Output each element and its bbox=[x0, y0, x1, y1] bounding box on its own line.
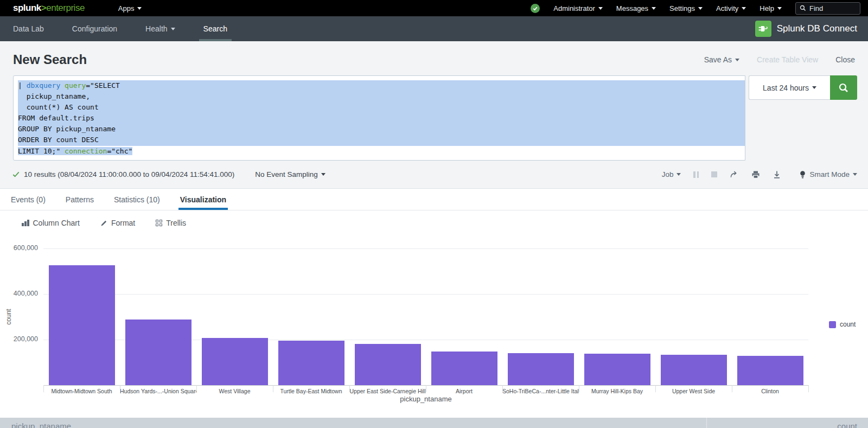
chart-bar[interactable] bbox=[661, 355, 727, 385]
lightbulb-icon bbox=[799, 170, 806, 179]
print-button[interactable] bbox=[751, 170, 760, 179]
query-line: GROUP BY pickup_ntaname bbox=[18, 124, 745, 135]
gridline bbox=[43, 294, 808, 295]
x-axis-tick bbox=[120, 385, 120, 392]
query-token: GROUP BY pickup_ntaname bbox=[18, 125, 116, 133]
health-status-icon[interactable] bbox=[531, 4, 540, 13]
column-chart-icon bbox=[22, 220, 29, 226]
stop-icon bbox=[711, 171, 717, 177]
logo-product: enterprise bbox=[46, 3, 85, 13]
page-title: New Search bbox=[13, 52, 87, 67]
column-header-count[interactable]: count bbox=[707, 418, 868, 428]
find-input[interactable] bbox=[809, 4, 853, 12]
chart-bar[interactable] bbox=[278, 341, 344, 385]
close-button[interactable]: Close bbox=[835, 55, 855, 64]
db-connect-app-icon[interactable] bbox=[755, 21, 771, 37]
format-button[interactable]: Format bbox=[100, 219, 135, 227]
chart-bar[interactable] bbox=[49, 265, 115, 385]
plug-icon bbox=[758, 23, 769, 34]
chevron-down-icon bbox=[698, 7, 703, 10]
share-icon bbox=[730, 170, 739, 178]
query-token: ="chc" bbox=[107, 147, 132, 155]
stop-job-button bbox=[711, 171, 717, 177]
viz-toolbar: Column Chart Format Trellis bbox=[0, 210, 868, 227]
query-token: ORDER BY count DESC bbox=[18, 136, 99, 144]
query-line: pickup_ntaname, bbox=[18, 91, 745, 102]
chevron-down-icon bbox=[853, 173, 857, 176]
search-query-input[interactable]: | dbxquery query="SELECT pickup_ntaname,… bbox=[13, 75, 745, 161]
x-axis-tick-label: Upper East Side-Carnegie Hill bbox=[349, 388, 426, 394]
page-header: New Search Save As Create Table View Clo… bbox=[0, 41, 868, 75]
x-axis-tick bbox=[732, 385, 732, 392]
trellis-button[interactable]: Trellis bbox=[156, 219, 186, 227]
chart-bar[interactable] bbox=[355, 344, 421, 385]
pause-job-button bbox=[693, 171, 699, 178]
share-job-button[interactable] bbox=[730, 170, 739, 178]
top-bar: splunk>enterprise Apps Administrator Mes… bbox=[0, 0, 868, 16]
statistics-table-header: pickup_ntaname count bbox=[0, 418, 868, 428]
splunk-logo[interactable]: splunk>enterprise bbox=[13, 3, 85, 14]
chart-bar[interactable] bbox=[431, 352, 497, 385]
job-status-row: 10 results (08/04/2024 11:00:00.000 to 0… bbox=[0, 161, 868, 189]
time-range-picker[interactable]: Last 24 hours bbox=[749, 75, 830, 100]
messages-menu[interactable]: Messages bbox=[616, 4, 656, 12]
chart-bar[interactable] bbox=[508, 353, 574, 385]
tab-visualization[interactable]: Visualization bbox=[180, 189, 226, 210]
query-line: count(*) AS count bbox=[18, 102, 745, 113]
activity-menu[interactable]: Activity bbox=[716, 4, 746, 12]
tab-statistics[interactable]: Statistics (10) bbox=[114, 189, 160, 210]
x-axis-tick bbox=[349, 385, 350, 392]
logo-splunk: splunk bbox=[13, 3, 41, 13]
chart-type-picker[interactable]: Column Chart bbox=[22, 219, 80, 227]
app-nav-bar: Data Lab Configuration Health Search Spl… bbox=[0, 16, 868, 41]
logo-gt: > bbox=[41, 3, 46, 13]
query-token: query bbox=[65, 81, 86, 90]
query-token: dbxquery bbox=[27, 81, 61, 90]
job-menu[interactable]: Job bbox=[662, 170, 681, 178]
chart-bar[interactable] bbox=[202, 338, 268, 385]
x-axis-tick-label: SoHo-TriBeCa-...nter-Little Italy bbox=[502, 388, 579, 394]
chart-bar[interactable] bbox=[737, 356, 803, 385]
y-axis-tick-label: 400,000 bbox=[0, 290, 38, 297]
apps-menu[interactable]: Apps bbox=[118, 4, 142, 12]
tab-patterns[interactable]: Patterns bbox=[66, 189, 94, 210]
chart-legend[interactable]: count bbox=[829, 321, 856, 328]
export-button[interactable] bbox=[773, 170, 781, 179]
query-selection: LIMIT 10;" connection="chc" bbox=[18, 147, 132, 155]
administrator-menu[interactable]: Administrator bbox=[553, 4, 603, 12]
check-icon bbox=[532, 5, 538, 11]
help-menu[interactable]: Help bbox=[760, 4, 782, 12]
find-searchbox[interactable] bbox=[795, 2, 860, 15]
chevron-down-icon bbox=[735, 59, 739, 61]
nav-item-data-lab[interactable]: Data Lab bbox=[13, 16, 44, 41]
x-axis-tick-label: Airport bbox=[426, 388, 502, 394]
x-axis-tick bbox=[502, 385, 503, 392]
chart-bar[interactable] bbox=[584, 354, 650, 385]
nav-item-configuration[interactable]: Configuration bbox=[72, 16, 117, 41]
x-axis-tick bbox=[273, 385, 273, 392]
chart-bar[interactable] bbox=[125, 320, 192, 385]
nav-item-health[interactable]: Health bbox=[145, 16, 175, 41]
tab-events[interactable]: Events (0) bbox=[11, 189, 46, 210]
search-icon bbox=[838, 82, 850, 94]
search-icon bbox=[800, 5, 806, 11]
search-mode-menu[interactable]: Smart Mode bbox=[799, 170, 857, 179]
create-table-view-button: Create Table View bbox=[757, 55, 818, 64]
event-sampling-menu[interactable]: No Event Sampling bbox=[255, 170, 326, 178]
nav-item-search[interactable]: Search bbox=[203, 16, 227, 41]
x-axis-tick-label: Clinton bbox=[732, 388, 808, 394]
query-line: | dbxquery query="SELECT bbox=[18, 80, 745, 91]
column-header-pickup-ntaname[interactable]: pickup_ntaname bbox=[0, 418, 707, 428]
save-as-button[interactable]: Save As bbox=[704, 55, 739, 64]
page: splunk>enterprise Apps Administrator Mes… bbox=[0, 0, 868, 428]
query-token bbox=[60, 81, 65, 90]
chevron-down-icon bbox=[742, 7, 746, 10]
search-button[interactable] bbox=[830, 75, 857, 100]
results-summary: 10 results (08/04/2024 11:00:00.000 to 0… bbox=[24, 170, 234, 178]
settings-menu[interactable]: Settings bbox=[669, 4, 703, 12]
query-token: pickup_ntaname, bbox=[18, 92, 90, 100]
x-axis-tick-label: Hudson Yards-...-Union Square bbox=[120, 388, 196, 394]
x-axis-tick bbox=[579, 385, 579, 392]
x-axis-tick-label: Turtle Bay-East Midtown bbox=[273, 388, 349, 394]
pencil-icon bbox=[100, 220, 107, 227]
